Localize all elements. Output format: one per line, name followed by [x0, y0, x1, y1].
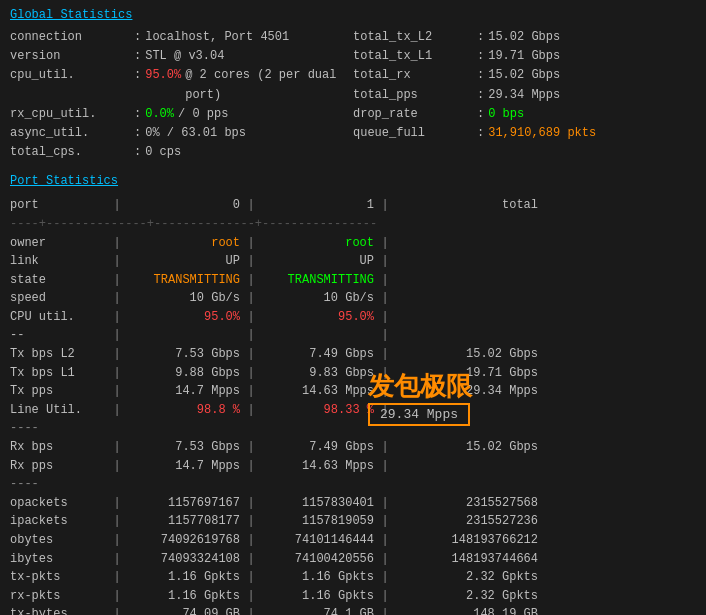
- cell-c1: 1.16 Gpkts: [258, 568, 378, 587]
- cell-c0: 7.53 Gbps: [124, 345, 244, 364]
- pipe: |: [244, 587, 258, 606]
- dash-row: ----: [10, 475, 696, 494]
- pipe: |: [110, 308, 124, 327]
- cell-port: rx-pkts: [10, 587, 110, 606]
- pipe: |: [378, 587, 392, 606]
- cell-total: 15.02 Gbps: [392, 438, 542, 457]
- pipe: |: [110, 271, 124, 290]
- stat-val: STL @ v3.04: [145, 47, 224, 66]
- stat-val-part: 95.0%: [145, 66, 181, 104]
- pipe: |: [378, 605, 392, 615]
- table-row: rx-pkts|1.16 Gpkts|1.16 Gpkts|2.32 Gpkts: [10, 587, 696, 606]
- pipe: |: [110, 457, 124, 476]
- stat-key: queue_full: [353, 124, 473, 143]
- pipe: |: [110, 382, 124, 401]
- stat-sep: :: [134, 143, 141, 162]
- table-row: tx-pkts|1.16 Gpkts|1.16 Gpkts|2.32 Gpkts: [10, 568, 696, 587]
- cell-port: Line Util.: [10, 401, 110, 420]
- pipe: |: [378, 457, 392, 476]
- pipe: |: [244, 326, 258, 345]
- pipe: |: [110, 605, 124, 615]
- stat-key: rx_cpu_util.: [10, 105, 130, 124]
- stat-key: drop_rate: [353, 105, 473, 124]
- port-table: port|0|1|total----+--------------+------…: [10, 196, 696, 615]
- stat-sep: :: [134, 28, 141, 47]
- stat-line: total_pps : 29.34 Mpps: [353, 86, 696, 105]
- stat-line: total_cps. : 0 cps: [10, 143, 353, 162]
- col-pipe-0: |: [110, 196, 124, 215]
- stat-sep: :: [477, 28, 484, 47]
- stat-key: version: [10, 47, 130, 66]
- cell-c1: 9.83 Gbps: [258, 364, 378, 383]
- cell-c1: 7.49 Gbps: [258, 345, 378, 364]
- table-row: Line Util.|98.8 %|98.33 %|: [10, 401, 696, 420]
- pipe: |: [244, 308, 258, 327]
- cell-port: Tx bps L1: [10, 364, 110, 383]
- pipe: |: [110, 512, 124, 531]
- cell-c1: root: [258, 234, 378, 253]
- cell-c1: 74101146444: [258, 531, 378, 550]
- pipe: |: [378, 308, 392, 327]
- pipe: |: [244, 401, 258, 420]
- stat-val: 15.02 Gbps: [488, 66, 560, 85]
- table-row: CPU util.|95.0%|95.0%|: [10, 308, 696, 327]
- cell-total: 2.32 Gpkts: [392, 568, 542, 587]
- annotation-overlay: 发包极限 29.34 Mpps: [368, 373, 472, 426]
- cell-c0: 1.16 Gpkts: [124, 568, 244, 587]
- cell-port: CPU util.: [10, 308, 110, 327]
- col-header-port: port: [10, 196, 110, 215]
- pipe: |: [378, 531, 392, 550]
- cell-total: 2315527236: [392, 512, 542, 531]
- table-row: tx-bytes|74.09 GB|74.1 GB|148.19 GB: [10, 605, 696, 615]
- dash-line: ----+--------------+--------------+-----…: [10, 215, 696, 234]
- global-left: connection : localhost, Port 4501version…: [10, 28, 353, 162]
- cell-c0: 74092619768: [124, 531, 244, 550]
- stat-val: 29.34 Mpps: [488, 86, 560, 105]
- stat-sep: :: [134, 124, 141, 143]
- cell-port: speed: [10, 289, 110, 308]
- cell-c1: 7.49 Gbps: [258, 438, 378, 457]
- pipe: |: [110, 345, 124, 364]
- cell-total: 2315527568: [392, 494, 542, 513]
- stat-key: cpu_util.: [10, 66, 130, 104]
- stat-line: async_util. : 0% / 63.01 bps: [10, 124, 353, 143]
- stat-val-part: 31,910,689 pkts: [488, 124, 596, 143]
- cell-c0: root: [124, 234, 244, 253]
- pipe: |: [378, 271, 392, 290]
- cell-c1: UP: [258, 252, 378, 271]
- pipe: |: [244, 550, 258, 569]
- table-row: speed|10 Gb/s|10 Gb/s|: [10, 289, 696, 308]
- stat-key: total_cps.: [10, 143, 130, 162]
- cell-port: ibytes: [10, 550, 110, 569]
- pipe: |: [378, 289, 392, 308]
- cell-c0: 9.88 Gbps: [124, 364, 244, 383]
- stat-val-part: 0 bps: [488, 105, 524, 124]
- pipe: |: [244, 234, 258, 253]
- col-header-1: 1: [258, 196, 378, 215]
- table-row: link|UP|UP|: [10, 252, 696, 271]
- cell-port: opackets: [10, 494, 110, 513]
- table-row: opackets|1157697167|1157830401|231552756…: [10, 494, 696, 513]
- cell-c0: 74093324108: [124, 550, 244, 569]
- stat-val-part: @ 2 cores (2 per dual port): [185, 66, 353, 104]
- cell-c0: 10 Gb/s: [124, 289, 244, 308]
- stat-line: connection : localhost, Port 4501: [10, 28, 353, 47]
- stat-line: total_tx_L1 : 19.71 Gbps: [353, 47, 696, 66]
- pipe: |: [378, 234, 392, 253]
- pipe: |: [110, 494, 124, 513]
- global-section: Global Statistics connection : localhost…: [10, 8, 696, 162]
- cell-total: 2.32 Gpkts: [392, 587, 542, 606]
- pipe: |: [378, 252, 392, 271]
- stat-sep: :: [477, 47, 484, 66]
- cell-port: Rx pps: [10, 457, 110, 476]
- pipe: |: [244, 364, 258, 383]
- stat-line: version : STL @ v3.04: [10, 47, 353, 66]
- cell-c1: 1157830401: [258, 494, 378, 513]
- pipe: |: [378, 550, 392, 569]
- pipe: |: [378, 494, 392, 513]
- cell-port: ipackets: [10, 512, 110, 531]
- stat-val: localhost, Port 4501: [145, 28, 289, 47]
- global-title: Global Statistics: [10, 8, 696, 22]
- cell-port: tx-bytes: [10, 605, 110, 615]
- table-row: Tx bps L2|7.53 Gbps|7.49 Gbps|15.02 Gbps: [10, 345, 696, 364]
